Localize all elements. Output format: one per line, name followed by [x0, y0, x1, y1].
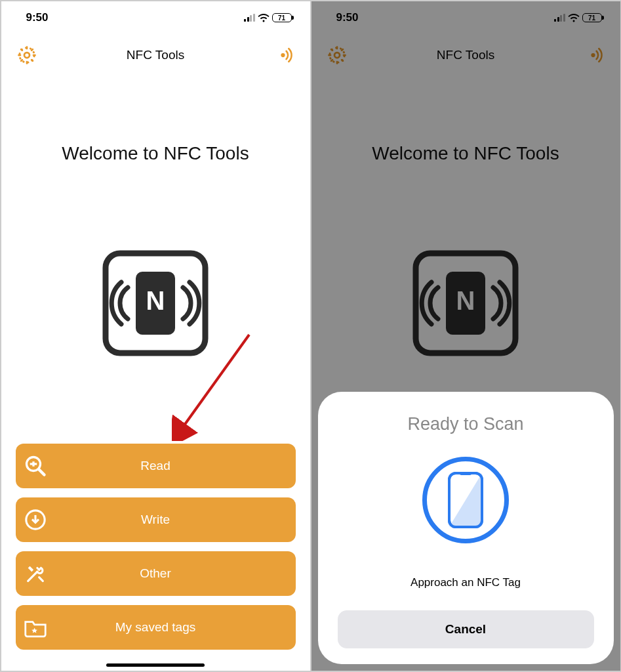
app-title: NFC Tools [127, 48, 184, 62]
write-label: Write [16, 513, 296, 527]
sheet-title: Ready to Scan [407, 414, 523, 434]
status-time: 9:50 [26, 11, 49, 24]
nfc-scan-sheet: Ready to Scan Approach an NFC Tag Cancel [318, 392, 614, 664]
app-header: NFC Tools [1, 34, 310, 71]
home-indicator[interactable] [106, 663, 205, 667]
nfc-brand-icon[interactable] [273, 44, 296, 66]
cancel-label: Cancel [445, 622, 486, 637]
main-menu: Read Write Other My saved tags [1, 444, 310, 650]
screenshot-left: 9:50 71 NFC Tools [1, 1, 310, 671]
cancel-button[interactable]: Cancel [338, 610, 594, 648]
status-indicators: 71 [244, 13, 292, 22]
battery-level: 71 [278, 14, 285, 22]
status-bar: 9:50 71 [1, 1, 310, 34]
saved-tags-button[interactable]: My saved tags [16, 605, 296, 650]
nfc-logo: N [1, 248, 310, 358]
read-label: Read [16, 459, 296, 473]
scan-phone-icon [422, 457, 509, 543]
other-button[interactable]: Other [16, 551, 296, 596]
read-button[interactable]: Read [16, 444, 296, 488]
svg-text:N: N [146, 286, 165, 315]
svg-point-2 [281, 53, 285, 57]
cellular-icon [244, 14, 255, 22]
welcome-heading: Welcome to NFC Tools [1, 143, 310, 164]
other-label: Other [16, 566, 296, 581]
wifi-icon [258, 14, 270, 22]
saved-tags-label: My saved tags [16, 620, 296, 635]
settings-gear-icon[interactable] [16, 44, 38, 66]
screenshot-right: 9:50 71 NFC Tools Welcome t [311, 1, 620, 671]
sheet-message: Approach an NFC Tag [411, 576, 521, 589]
svg-point-0 [24, 52, 30, 58]
write-button[interactable]: Write [16, 497, 296, 542]
battery-icon: 71 [272, 13, 292, 22]
